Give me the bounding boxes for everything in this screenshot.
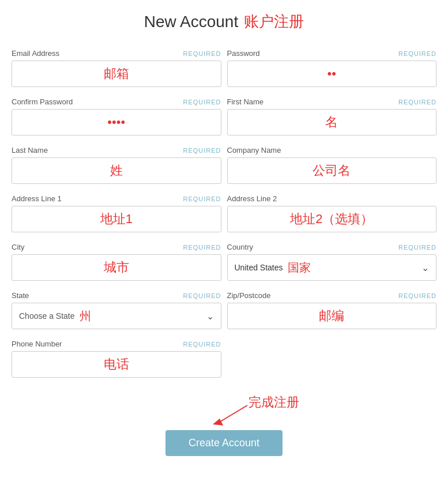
submit-area: 完成注册 Create Account [12, 394, 436, 456]
address1-input[interactable] [12, 206, 221, 232]
email-label-row: Email Address REQUIRED [12, 49, 221, 58]
address1-label: Address Line 1 [12, 194, 62, 203]
email-field-group: Email Address REQUIRED [12, 49, 221, 87]
last-name-label: Last Name [12, 146, 48, 155]
annotation-arrow-icon [207, 402, 253, 425]
password-required: REQUIRED [398, 50, 436, 57]
phone-required: REQUIRED [183, 341, 221, 348]
city-field-group: City REQUIRED [12, 243, 221, 281]
chevron-down-icon: ⌄ [421, 262, 429, 273]
country-label: Country [227, 243, 254, 251]
state-chevron-icon: ⌄ [206, 311, 214, 322]
country-required: REQUIRED [398, 244, 436, 251]
annotation-container: 完成注册 [149, 394, 299, 425]
confirm-password-label-row: Confirm Password REQUIRED [12, 97, 221, 106]
zipcode-required: REQUIRED [398, 292, 436, 299]
svg-line-0 [219, 405, 247, 423]
first-name-required: REQUIRED [398, 99, 436, 106]
address2-field-group: Address Line 2 [227, 194, 437, 232]
confirm-password-input[interactable] [12, 109, 221, 135]
zipcode-label: Zip/Postcode [227, 291, 271, 300]
first-name-label-row: First Name REQUIRED [227, 97, 437, 106]
email-input[interactable] [12, 61, 221, 87]
confirm-password-label: Confirm Password [12, 97, 73, 106]
company-name-field-group: Company Name [227, 146, 437, 184]
first-name-label: First Name [227, 97, 264, 106]
zipcode-label-row: Zip/Postcode REQUIRED [227, 291, 437, 300]
last-name-label-row: Last Name REQUIRED [12, 146, 221, 155]
state-select[interactable]: Choose a State 州 ⌄ [12, 303, 221, 329]
state-choose-text: Choose a State [19, 311, 75, 321]
country-select-wrapper: United States 国家 ⌄ [227, 254, 437, 281]
address1-label-row: Address Line 1 REQUIRED [12, 194, 221, 203]
phone-field-group: Phone Number REQUIRED [12, 340, 221, 378]
confirm-password-required: REQUIRED [183, 99, 221, 106]
password-label: Password [227, 49, 260, 58]
email-required: REQUIRED [183, 50, 221, 57]
page-title-en: New Account [144, 13, 238, 31]
phone-input[interactable] [12, 351, 221, 378]
email-label: Email Address [12, 49, 59, 58]
company-name-input[interactable] [227, 157, 437, 184]
city-input[interactable] [12, 254, 221, 281]
first-name-input[interactable] [227, 109, 437, 135]
password-field-group: Password REQUIRED [227, 49, 437, 87]
last-name-field-group: Last Name REQUIRED [12, 146, 221, 184]
company-name-label-row: Company Name [227, 146, 437, 155]
phone-label-row: Phone Number REQUIRED [12, 340, 221, 348]
address2-input[interactable] [227, 206, 437, 232]
zipcode-field-group: Zip/Postcode REQUIRED [227, 291, 437, 329]
country-us-text: United States [235, 263, 283, 272]
page-title-area: New Account 账户注册 [12, 12, 436, 32]
address2-label: Address Line 2 [227, 194, 277, 203]
annotation-text: 完成注册 [249, 394, 299, 411]
state-cn-text: 州 [80, 308, 91, 324]
state-label-row: State REQUIRED [12, 291, 221, 300]
password-input[interactable] [227, 61, 437, 87]
country-field-group: Country REQUIRED United States 国家 ⌄ [227, 243, 437, 281]
last-name-input[interactable] [12, 157, 221, 184]
country-cn-text: 国家 [288, 260, 311, 276]
city-label-row: City REQUIRED [12, 243, 221, 251]
state-field-group: State REQUIRED Choose a State 州 ⌄ [12, 291, 221, 329]
state-label: State [12, 291, 29, 300]
first-name-field-group: First Name REQUIRED [227, 97, 437, 135]
company-name-label: Company Name [227, 146, 281, 155]
city-required: REQUIRED [183, 244, 221, 251]
password-label-row: Password REQUIRED [227, 49, 437, 58]
page-title-cn: 账户注册 [244, 12, 304, 32]
zipcode-input[interactable] [227, 303, 437, 329]
state-required: REQUIRED [183, 292, 221, 299]
city-label: City [12, 243, 24, 251]
confirm-password-field-group: Confirm Password REQUIRED [12, 97, 221, 135]
country-label-row: Country REQUIRED [227, 243, 437, 251]
last-name-required: REQUIRED [183, 147, 221, 154]
address1-field-group: Address Line 1 REQUIRED [12, 194, 221, 232]
address1-required: REQUIRED [183, 195, 221, 202]
state-select-wrapper: Choose a State 州 ⌄ [12, 303, 221, 329]
registration-form: Email Address REQUIRED Password REQUIRED… [12, 49, 436, 456]
svg-marker-1 [213, 419, 223, 425]
address2-label-row: Address Line 2 [227, 194, 437, 203]
phone-label: Phone Number [12, 340, 62, 348]
country-select[interactable]: United States 国家 ⌄ [227, 254, 437, 281]
create-account-button[interactable]: Create Account [165, 430, 283, 456]
